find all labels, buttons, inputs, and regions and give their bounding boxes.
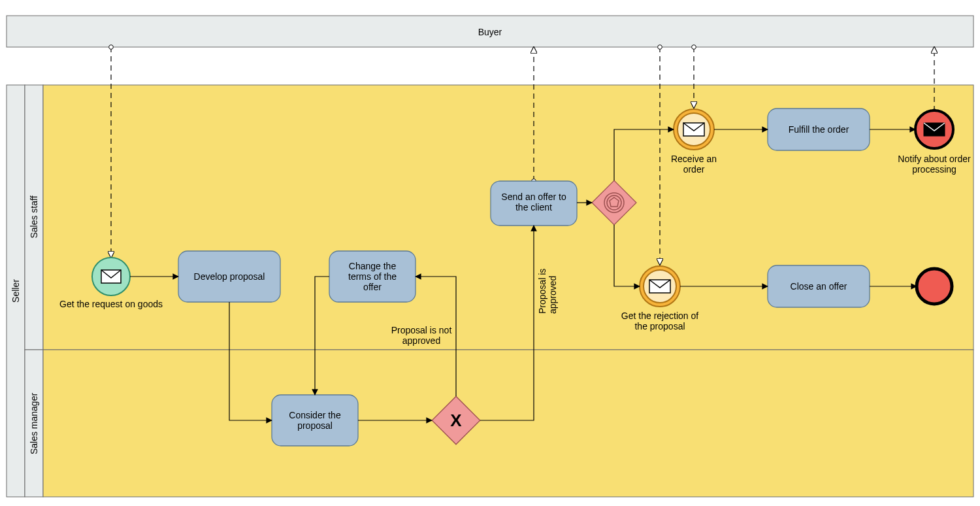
event-receive-order-l2: order	[683, 164, 705, 175]
lane-sales-staff-label: Sales staff	[29, 195, 39, 238]
task-change-terms-l2: terms of the	[348, 271, 397, 282]
task-send-offer-l2: the client	[515, 202, 552, 212]
lane-sales-manager-label: Sales manager	[29, 393, 39, 455]
event-get-rejection-l1: Get the rejection of	[621, 311, 698, 321]
task-consider-proposal-l1: Consider the	[289, 410, 341, 420]
label-not-approved-l1: Proposal is not	[391, 325, 452, 335]
svg-text:X: X	[450, 411, 462, 430]
end-event-notify	[915, 110, 953, 148]
task-send-offer-l1: Send an offer to	[501, 192, 566, 202]
task-close-offer-label: Close an offer	[791, 281, 847, 292]
end-event-plain	[917, 269, 952, 304]
label-approved-l1: Proposal is	[537, 269, 547, 314]
event-receive-order	[674, 109, 714, 150]
end-event-notify-l1: Notify about order	[898, 154, 971, 164]
task-change-terms-l1: Change the	[349, 261, 397, 271]
pool-seller-label: Seller	[10, 279, 21, 303]
event-receive-order-l1: Receive an	[671, 154, 717, 164]
start-event-get-request	[92, 258, 130, 295]
task-consider-proposal-l2: proposal	[297, 420, 333, 431]
start-event-label: Get the request on goods	[59, 299, 163, 309]
event-get-rejection	[640, 266, 680, 307]
label-approved-l2: approved	[547, 276, 558, 314]
label-not-approved-l2: approved	[402, 335, 440, 346]
task-develop-proposal-label: Develop proposal	[194, 271, 265, 282]
event-get-rejection-l2: the proposal	[634, 321, 685, 331]
end-event-notify-l2: processing	[912, 164, 956, 175]
svg-point-17	[917, 269, 952, 304]
task-change-terms-l3: offer	[363, 282, 382, 292]
pool-buyer-label: Buyer	[478, 27, 502, 37]
task-fulfill-order-label: Fulfill the order	[789, 124, 849, 135]
lane-sales-manager	[43, 350, 973, 497]
